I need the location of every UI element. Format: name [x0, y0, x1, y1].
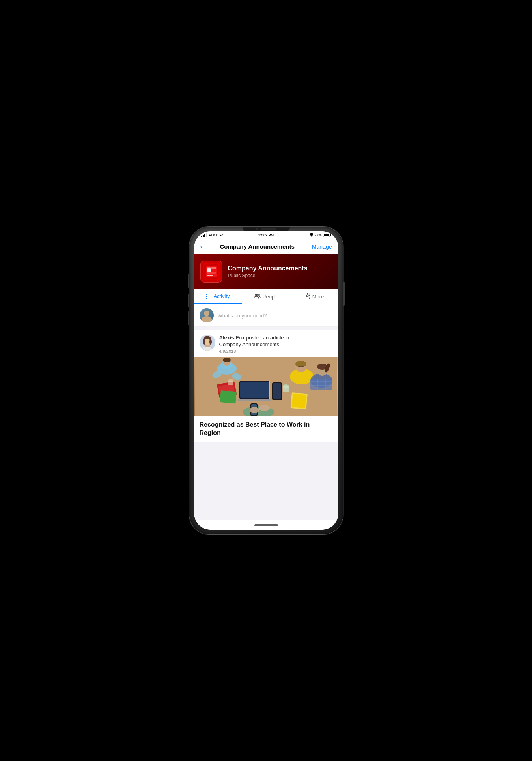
navigation-bar: ‹ Company Announcements Manage: [194, 239, 338, 254]
battery-icon: [323, 234, 331, 237]
home-indicator[interactable]: [254, 524, 278, 526]
news-logo-icon: NEWS: [204, 264, 219, 279]
svg-rect-9: [207, 274, 216, 274]
battery-percentage: 97%: [314, 233, 321, 237]
space-logo: NEWS: [200, 261, 222, 283]
article-title-area[interactable]: Recognized as Best Place to Work in Regi…: [194, 416, 338, 442]
post-author-line: Alexis Fox posted an article in Company …: [219, 335, 333, 348]
svg-rect-8: [207, 273, 216, 273]
people-tab-label: People: [263, 294, 278, 300]
svg-rect-63: [195, 357, 337, 416]
svg-point-13: [306, 295, 308, 297]
post-action-text: posted an article in: [245, 335, 289, 341]
post-author-name: Alexis Fox: [219, 335, 245, 341]
location-icon: [310, 233, 313, 238]
signal-bar-3: [204, 234, 205, 237]
people-icon: [254, 293, 261, 300]
svg-rect-7: [211, 270, 215, 270]
home-indicator-area: [194, 520, 338, 530]
svg-point-18: [203, 339, 205, 345]
content-area[interactable]: NEWS Company Announcements Public Space: [194, 254, 338, 520]
space-header-banner: NEWS Company Announcements Public Space: [194, 254, 338, 289]
current-user-avatar: [200, 308, 214, 322]
svg-rect-10: [207, 275, 213, 276]
signal-icon: [201, 233, 207, 237]
gear-icon: [304, 293, 310, 300]
svg-point-12: [258, 294, 260, 296]
post-meta: Alexis Fox posted an article in Company …: [219, 335, 333, 354]
signal-bar-1: [201, 236, 202, 237]
post-date: 4/9/2018: [219, 349, 333, 354]
phone-screen: AT&T 12:02 PM 97% ‹: [194, 231, 338, 530]
phone-device: AT&T 12:02 PM 97% ‹: [189, 227, 343, 534]
time-display: 12:02 PM: [258, 233, 274, 237]
svg-rect-5: [211, 268, 216, 268]
svg-rect-6: [211, 268, 216, 269]
article-image[interactable]: [194, 357, 338, 416]
activity-list-icon: [206, 294, 211, 299]
article-title: Recognized as Best Place to Work in Regi…: [200, 421, 333, 437]
status-bar-right: 97%: [310, 233, 331, 238]
svg-text:NEWS: NEWS: [207, 268, 211, 269]
post-card: Alexis Fox posted an article in Company …: [194, 330, 338, 442]
article-scene-svg: [194, 357, 338, 416]
tab-bar: Activity People: [194, 289, 338, 304]
back-button[interactable]: ‹: [200, 242, 203, 251]
wifi-icon: [219, 233, 224, 238]
svg-point-19: [209, 339, 212, 345]
carrier-label: AT&T: [209, 233, 218, 237]
more-tab-label: More: [312, 294, 324, 300]
status-bar-left: AT&T: [201, 233, 224, 238]
phone-notch: [243, 227, 290, 231]
post-author-avatar: [200, 335, 215, 351]
nav-title: Company Announcements: [220, 243, 294, 250]
tab-activity[interactable]: Activity: [194, 289, 242, 304]
space-info: Company Announcements Public Space: [228, 265, 332, 278]
status-bar: AT&T 12:02 PM 97%: [194, 231, 338, 239]
svg-point-11: [255, 294, 258, 296]
tab-more[interactable]: More: [290, 289, 338, 304]
alexis-fox-avatar: [200, 335, 215, 351]
space-name-label: Company Announcements: [228, 265, 332, 272]
speaker-bar: [261, 228, 276, 230]
post-input-placeholder[interactable]: What's on your mind?: [218, 313, 333, 319]
svg-point-17: [205, 339, 210, 345]
signal-bar-4: [206, 233, 207, 237]
post-input-row[interactable]: What's on your mind?: [194, 304, 338, 327]
tab-people[interactable]: People: [242, 289, 290, 304]
post-location-text: Company Announcements: [219, 341, 279, 347]
space-type-label: Public Space: [228, 273, 332, 278]
activity-tab-label: Activity: [213, 293, 230, 299]
signal-bar-2: [203, 235, 204, 237]
manage-button[interactable]: Manage: [312, 244, 332, 250]
camera-dot: [256, 228, 258, 230]
post-header: Alexis Fox posted an article in Company …: [194, 330, 338, 357]
